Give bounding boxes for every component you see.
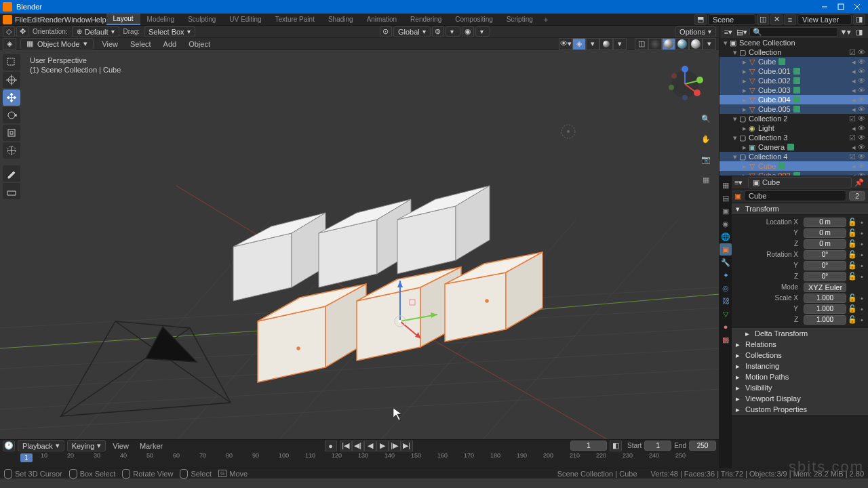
outliner-row[interactable]: ▸◉Light◂👁: [719, 123, 868, 133]
scale-z[interactable]: 1.000: [804, 315, 846, 325]
location-z[interactable]: 0 m: [804, 239, 846, 249]
outliner-display-icon[interactable]: ▤▾: [736, 26, 748, 37]
outliner-row[interactable]: ▸▽Cube.003◂👁: [719, 85, 868, 95]
tab-constraints[interactable]: ⛓: [719, 295, 732, 307]
editor-type-icon[interactable]: ◇: [3, 26, 15, 37]
tool-select[interactable]: [3, 54, 20, 70]
jump-start-icon[interactable]: |◀: [340, 441, 352, 451]
maximize-button[interactable]: [833, 1, 849, 13]
panel-instancing[interactable]: ▸Instancing: [732, 361, 868, 371]
tool-measure[interactable]: [3, 183, 20, 199]
tool-cursor[interactable]: [3, 72, 20, 88]
editor-type-3d-icon[interactable]: ◈: [3, 38, 16, 50]
start-frame-field[interactable]: 1: [644, 441, 671, 451]
rotation-mode[interactable]: XYZ Euler ▾: [804, 283, 846, 292]
panel-custom[interactable]: ▸Custom Properties: [732, 404, 868, 415]
mode-dropdown[interactable]: ▦ Object Mode ▾: [20, 38, 94, 49]
tab-world[interactable]: 🌐: [719, 230, 732, 243]
keying-dropdown[interactable]: Keying ▾: [67, 440, 106, 451]
drag-dropdown[interactable]: Select Box ▾: [144, 26, 195, 37]
timeline-editor-icon[interactable]: 🕐: [3, 441, 15, 451]
gizmo-dropdown[interactable]: ▾: [586, 38, 599, 50]
panel-vpdisplay[interactable]: ▸Viewport Display: [732, 393, 868, 404]
outliner-row[interactable]: ▾▢Collection 3☑👁: [719, 133, 868, 142]
lookdev-shading[interactable]: [675, 38, 689, 50]
rotation-z[interactable]: 0°: [804, 272, 846, 281]
workspace-rendering[interactable]: Rendering: [403, 14, 448, 24]
rotation-y[interactable]: 0°: [804, 261, 846, 270]
panel-visibility[interactable]: ▸Visibility: [732, 382, 868, 393]
workspace-compositing[interactable]: Compositing: [448, 14, 500, 24]
scale-x[interactable]: 1.000: [804, 293, 846, 303]
tab-material[interactable]: ●: [719, 321, 732, 333]
keyframe-next-icon[interactable]: |▶: [389, 441, 401, 451]
location-x[interactable]: 0 m: [804, 218, 846, 227]
outliner-row[interactable]: ▸▽Cube◂👁: [719, 161, 868, 171]
gizmo-toggle[interactable]: ◈: [572, 38, 586, 50]
outliner-new-collection-icon[interactable]: ◨: [853, 26, 865, 37]
workspace-texture[interactable]: Texture Paint: [269, 14, 321, 24]
properties-editor-icon[interactable]: ≡▾: [734, 178, 745, 187]
tool-move[interactable]: [3, 89, 20, 106]
timeline-ruler[interactable]: 1 10203040506070809010011012013014015016…: [0, 452, 719, 468]
outliner-root[interactable]: ▾▣Scene Collection: [719, 38, 868, 47]
panel-delta[interactable]: ▸Delta Transform: [732, 328, 868, 339]
scene-field[interactable]: Scene: [708, 14, 755, 25]
keyframe-prev-icon[interactable]: ◀|: [352, 441, 364, 451]
object-name-field[interactable]: Cube: [744, 190, 846, 201]
panel-collections[interactable]: ▸Collections: [732, 350, 868, 361]
viewlayer-del-icon[interactable]: ◨: [853, 14, 865, 25]
workspace-add[interactable]: +: [540, 16, 552, 24]
proportional-type[interactable]: ▾: [475, 26, 490, 37]
shading-dropdown[interactable]: ▾: [703, 38, 716, 50]
workspace-modeling[interactable]: Modeling: [140, 14, 182, 24]
tab-mesh[interactable]: ▽: [719, 308, 732, 320]
outliner-search[interactable]: 🔍: [749, 27, 838, 37]
snap-icon[interactable]: ⊚: [432, 26, 444, 37]
menu-help[interactable]: Help: [91, 16, 106, 24]
workspace-scripting[interactable]: Scripting: [500, 14, 540, 24]
menu-file[interactable]: File: [15, 16, 27, 24]
outliner-row[interactable]: ▸▽Cube.002◂👁: [719, 76, 868, 85]
preview-range-icon[interactable]: ◧: [610, 441, 622, 451]
panel-motion[interactable]: ▸Motion Paths: [732, 371, 868, 382]
minimize-button[interactable]: [816, 1, 833, 13]
outliner-row[interactable]: ▸▽Cube.005◂👁: [719, 104, 868, 114]
scene-browse-icon[interactable]: ⬒: [694, 14, 707, 25]
end-frame-field[interactable]: 250: [689, 441, 716, 451]
workspace-sculpting[interactable]: Sculpting: [181, 14, 222, 24]
tool-scale[interactable]: [3, 125, 20, 141]
tab-output[interactable]: ▤: [719, 192, 732, 204]
outliner-filter-icon[interactable]: ▼▾: [840, 26, 852, 37]
tab-particles[interactable]: ✦: [719, 269, 732, 281]
outliner-row[interactable]: ▸▽Cube.004◂👁: [719, 95, 868, 104]
camera-view-icon[interactable]: 📷: [698, 152, 713, 167]
options-dropdown[interactable]: Options ▾: [675, 26, 716, 37]
perspective-icon[interactable]: ▦: [698, 172, 713, 187]
viewlayer-field[interactable]: View Layer: [797, 14, 852, 25]
viewport-menu-select[interactable]: Select: [126, 40, 155, 48]
outliner-tree[interactable]: ▾▣Scene Collection ▾▢Collection☑👁▸▽Cube◂…: [719, 38, 868, 176]
workspace-uv[interactable]: UV Editing: [222, 14, 268, 24]
orientation-dropdown[interactable]: ⊕ Default ▾: [72, 26, 119, 37]
transform-orientations-icon[interactable]: ✥: [16, 26, 28, 37]
menu-window[interactable]: Window: [64, 16, 91, 24]
outliner-row[interactable]: ▸▽Cube.002◂👁: [719, 171, 868, 176]
close-button[interactable]: [849, 1, 865, 13]
outliner-row[interactable]: ▾▢Collection 2☑👁: [719, 114, 868, 123]
viewlayer-browse-icon[interactable]: ≡: [784, 14, 796, 25]
menu-render[interactable]: Render: [40, 16, 64, 24]
timeline-menu-marker[interactable]: Marker: [136, 442, 167, 450]
overlays-dropdown[interactable]: ▾: [613, 38, 627, 50]
scene-new-icon[interactable]: ◫: [757, 14, 769, 25]
object-users-field[interactable]: 2: [849, 191, 865, 201]
outliner-row[interactable]: ▸▽Cube.001◂👁: [719, 66, 868, 76]
pivot-icon[interactable]: ⊙: [380, 26, 392, 37]
playback-dropdown[interactable]: Playback ▾: [18, 440, 64, 451]
jump-end-icon[interactable]: ▶|: [401, 441, 413, 451]
outliner-row[interactable]: ▾▢Collection☑👁: [719, 47, 868, 57]
xray-toggle[interactable]: ◫: [635, 38, 648, 50]
wireframe-shading[interactable]: [648, 38, 662, 50]
pan-icon[interactable]: ✋: [698, 131, 713, 146]
autokey-toggle[interactable]: ●: [325, 441, 337, 451]
